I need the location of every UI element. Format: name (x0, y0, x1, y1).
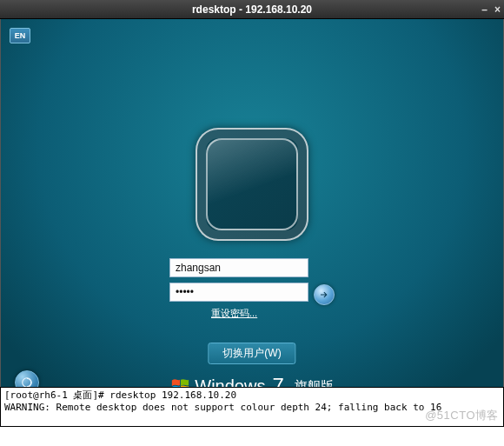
brand-word: Windows (195, 376, 265, 388)
minimize-button[interactable]: – (481, 3, 487, 16)
brand-edition: 旗舰版 (295, 378, 334, 388)
username-input[interactable] (169, 258, 308, 277)
window-controls: – × (481, 0, 501, 18)
password-input[interactable] (169, 283, 308, 302)
ime-indicator[interactable]: EN (10, 28, 30, 43)
login-submit-button[interactable] (314, 284, 335, 305)
credentials-panel: 重设密码... (169, 258, 335, 320)
user-avatar-frame (196, 128, 308, 241)
window-title: rdesktop - 192.168.10.20 (192, 3, 312, 16)
close-button[interactable]: × (494, 3, 501, 16)
windows-brand-row: Windows 7 旗舰版 (1, 370, 503, 387)
host-terminal[interactable]: [root@rh6-1 桌面]# rdesktop 192.168.10.20 … (0, 387, 504, 427)
terminal-line: [root@rh6-1 桌面]# rdesktop 192.168.10.20 (4, 389, 236, 401)
reset-password-link[interactable]: 重设密码... (211, 307, 335, 320)
brand-version: 7 (272, 374, 283, 387)
page-margin (0, 427, 504, 446)
terminal-line: WARNING: Remote desktop does not support… (4, 402, 441, 413)
windows-logo-icon (170, 376, 189, 387)
switch-user-button[interactable]: 切换用户(W) (208, 343, 295, 364)
arrow-right-icon (319, 290, 329, 300)
window-titlebar: rdesktop - 192.168.10.20 – × (0, 0, 504, 19)
remote-session: EN 重设密码... 切换用户(W) Windows 7 旗舰版 (0, 19, 504, 387)
